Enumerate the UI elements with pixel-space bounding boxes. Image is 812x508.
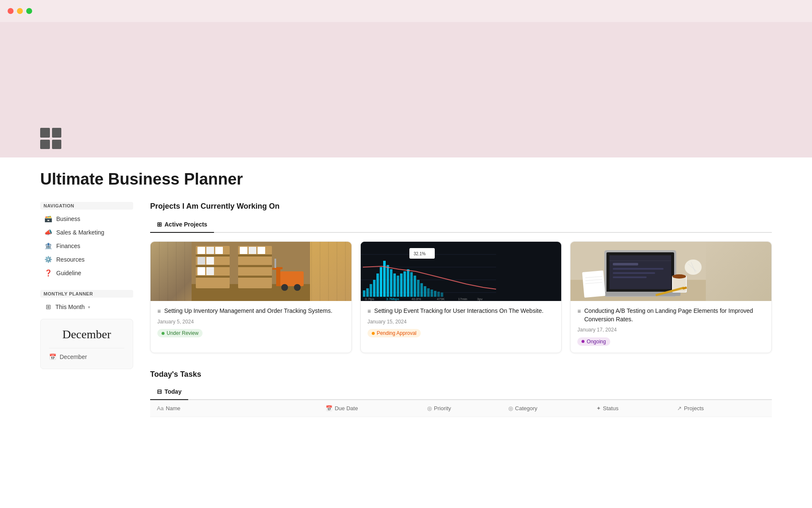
tasks-tabs: ⊟ Today <box>150 385 772 400</box>
projects-heading: Projects I Am Currently Working On <box>150 202 772 211</box>
app-icon-cell <box>52 128 62 138</box>
sidebar-item-resources[interactable]: ⚙️ Resources <box>40 253 133 266</box>
sidebar-item-business[interactable]: 🗃️ Business <box>40 212 133 226</box>
svg-rect-34 <box>370 284 372 297</box>
project-card-date: January 15, 2024 <box>368 319 555 325</box>
svg-rect-71 <box>613 263 638 265</box>
this-month-label: This Month <box>55 304 85 310</box>
minimize-button[interactable] <box>17 8 23 14</box>
svg-point-77 <box>672 274 686 279</box>
col-duedate-label: Due Date <box>335 405 358 411</box>
svg-rect-26 <box>272 268 278 270</box>
project-card-title-row: ≡ Setting Up Inventory Management and Or… <box>157 307 345 315</box>
svg-rect-41 <box>393 273 396 297</box>
project-card-image-laptop <box>571 242 771 301</box>
project-card-body: ≡ Setting Up Inventory Management and Or… <box>151 301 351 344</box>
svg-rect-46 <box>410 272 413 297</box>
svg-rect-51 <box>427 288 430 297</box>
svg-rect-10 <box>206 257 214 265</box>
close-button[interactable] <box>8 8 14 14</box>
sparkle-icon: ✦ <box>596 405 601 411</box>
svg-rect-25 <box>274 259 276 269</box>
sidebar: Navigation 🗃️ Business 📣 Sales & Marketi… <box>40 202 133 379</box>
svg-rect-18 <box>249 247 256 254</box>
svg-rect-15 <box>238 265 272 267</box>
calendar-month: December <box>49 328 124 341</box>
project-card-inventory: ≡ Setting Up Inventory Management and Or… <box>150 241 352 353</box>
svg-rect-14 <box>238 254 272 257</box>
col-status-label: Status <box>603 405 619 411</box>
project-card-title: Setting Up Inventory Management and Orde… <box>164 307 332 315</box>
svg-rect-20 <box>280 271 304 286</box>
col-status: ✦ Status <box>596 405 678 411</box>
this-month-item[interactable]: ⊞ This Month ▾ <box>40 300 133 314</box>
project-card-title: Setting Up Event Tracking for User Inter… <box>374 307 543 315</box>
svg-rect-52 <box>431 290 433 297</box>
svg-rect-36 <box>376 273 379 297</box>
page-title: Ultimate Business Planner <box>40 170 772 188</box>
status-badge-ongoing: Ongoing <box>577 337 610 346</box>
project-card-image-analytics: 32.1% 0.7fps 3.7Mbps 40.8% 479K 17min 3p… <box>361 242 562 301</box>
project-card-title-row: ≡ Setting Up Event Tracking for User Int… <box>368 307 555 315</box>
titlebar <box>0 0 812 22</box>
svg-rect-43 <box>400 273 403 297</box>
list-icon: ≡ <box>577 308 581 315</box>
col-duedate: 📅 Due Date <box>326 405 427 411</box>
sidebar-item-sales-marketing[interactable]: 📣 Sales & Marketing <box>40 226 133 239</box>
project-card-date: January 17, 2024 <box>577 327 765 333</box>
svg-rect-4 <box>196 265 230 267</box>
navigation-section: Navigation 🗃️ Business 📣 Sales & Marketi… <box>40 202 133 280</box>
table-icon: ⊟ <box>157 388 162 395</box>
status-dot <box>582 340 584 343</box>
col-name: Aa Name <box>157 405 326 411</box>
col-priority: ◎ Priority <box>427 405 508 411</box>
navigation-label: Navigation <box>40 202 133 210</box>
svg-text:40.8%: 40.8% <box>411 297 421 301</box>
project-cards: ≡ Setting Up Inventory Management and Or… <box>150 241 772 353</box>
monthly-planner-section: Monthly Planner ⊞ This Month ▾ December … <box>40 290 133 369</box>
list-icon: ≡ <box>368 308 371 315</box>
briefcase-icon: 🗃️ <box>44 215 52 223</box>
sidebar-item-finances[interactable]: 🏦 Finances <box>40 239 133 253</box>
calendar-footer: 📅 December <box>49 348 124 360</box>
monthly-planner-label: Monthly Planner <box>40 290 133 298</box>
status-dot <box>372 332 375 335</box>
calendar-footer-label: December <box>60 353 87 360</box>
svg-rect-11 <box>198 267 205 275</box>
svg-text:32.1%: 32.1% <box>414 251 425 256</box>
col-category: ◎ Category <box>508 405 596 411</box>
sidebar-item-label: Business <box>56 215 80 222</box>
help-circle-icon: ❓ <box>44 269 52 277</box>
status-badge-under-review: Under Review <box>157 329 203 337</box>
text-icon: Aa <box>157 405 164 411</box>
table-header: Aa Name 📅 Due Date ◎ Priority ◎ Category <box>150 400 772 417</box>
tab-today[interactable]: ⊟ Today <box>150 385 188 400</box>
status-label: Pending Approval <box>377 330 417 336</box>
project-card-body: ≡ Conducting A/B Testing on Landing Page… <box>571 301 771 353</box>
col-priority-label: Priority <box>434 405 451 411</box>
calendar-footer-icon: 📅 <box>49 353 56 360</box>
svg-rect-8 <box>215 247 223 254</box>
tab-active-projects[interactable]: ⊞ Active Projects <box>150 218 214 233</box>
status-label: Under Review <box>167 330 198 336</box>
tasks-heading: Today's Tasks <box>150 370 772 379</box>
app-icon-cell <box>52 140 62 149</box>
svg-rect-39 <box>387 265 389 297</box>
svg-rect-9 <box>198 257 205 265</box>
sidebar-item-label: Finances <box>56 243 80 249</box>
gear-icon: ⚙️ <box>44 256 52 263</box>
sidebar-item-guideline[interactable]: ❓ Guideline <box>40 266 133 280</box>
calendar-icon: 📅 <box>326 405 332 411</box>
project-card-image-warehouse <box>151 242 351 301</box>
fullscreen-button[interactable] <box>26 8 32 14</box>
calendar-card: December 📅 December <box>40 319 133 369</box>
svg-rect-49 <box>420 283 423 297</box>
svg-rect-47 <box>414 276 416 297</box>
svg-rect-54 <box>437 292 440 297</box>
project-card-event-tracking: 32.1% 0.7fps 3.7Mbps 40.8% 479K 17min 3p… <box>360 241 562 353</box>
tasks-section: Today's Tasks ⊟ Today Aa Name 📅 Due Date <box>150 370 772 417</box>
sidebar-item-label: Sales & Marketing <box>56 229 104 236</box>
projects-section: Projects I Am Currently Working On ⊞ Act… <box>150 202 772 353</box>
status-badge-pending-approval: Pending Approval <box>368 329 421 337</box>
svg-text:479K: 479K <box>437 297 445 301</box>
